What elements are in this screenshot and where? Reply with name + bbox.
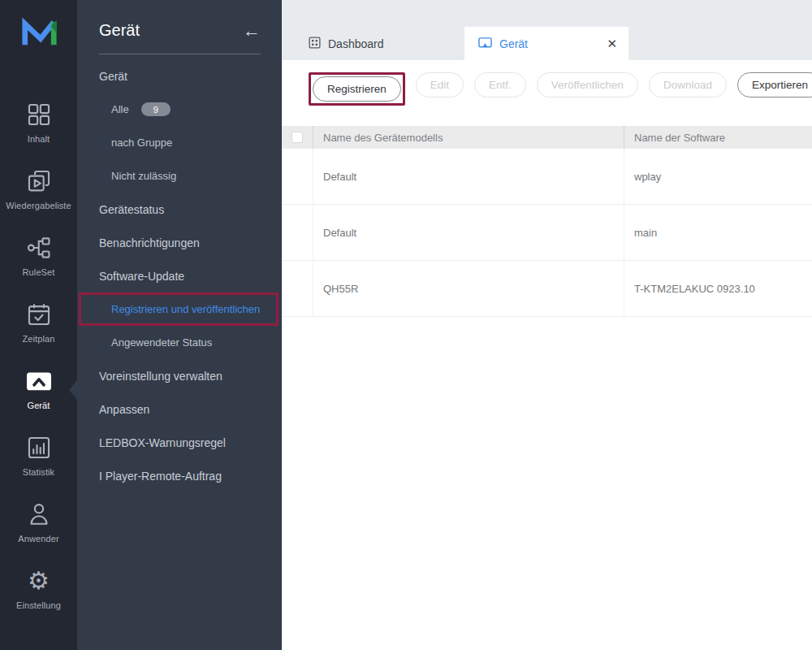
rail-item-statistik[interactable]: Statistik [0, 432, 77, 499]
download-button: Download [649, 72, 727, 98]
sidebar-title: Gerät [99, 21, 140, 40]
device-monitor-icon [478, 37, 492, 51]
rail-item-label: RuleSet [23, 267, 55, 277]
table-row[interactable]: Default wplay [282, 149, 812, 205]
rail-item-einstellung[interactable]: ⚙ Einstellung [0, 566, 77, 632]
rail-item-zeitplan[interactable]: Zeitplan [0, 299, 77, 366]
device-table: Name des Gerätemodells Name der Software… [282, 126, 812, 317]
veroeffentlichen-button: Veröffentlichen [537, 72, 638, 98]
software-cell: main [624, 205, 812, 260]
rail-item-label: Statistik [23, 467, 54, 477]
device-count-badge: 9 [141, 102, 171, 116]
rail-item-ruleset[interactable]: RuleSet [0, 232, 77, 299]
model-cell: Default [313, 149, 624, 204]
rail-item-label: Inhalt [28, 134, 50, 144]
tab-label: Dashboard [328, 37, 384, 50]
tab-label: Gerät [499, 37, 528, 50]
sidebar-item-software-update[interactable]: Software-Update [77, 259, 282, 292]
close-tab-icon[interactable]: ✕ [607, 37, 617, 51]
rail-item-label: Gerät [27, 401, 50, 410]
select-all-checkbox[interactable] [292, 132, 303, 143]
rail-item-label: Zeitplan [23, 334, 55, 344]
sidebar-item-geraetestatus[interactable]: Gerätestatus [77, 193, 282, 226]
ruleset-icon [24, 232, 54, 263]
model-cell: QH55R [313, 261, 624, 316]
sidebar: Gerät ← Gerät Alle 9 nach Gruppe Nicht z… [77, 0, 282, 650]
sidebar-item-alle[interactable]: Alle 9 [77, 93, 282, 126]
annotation-box: Registrieren [309, 72, 405, 106]
table-row[interactable]: QH55R T-KTM2ELAKUC 0923.10 [282, 261, 812, 317]
statistics-icon [24, 432, 54, 463]
active-rail-notch [69, 380, 77, 400]
magicinfo-logo[interactable] [0, 0, 77, 99]
delete-button: Entf. [474, 72, 526, 98]
rail-item-label: Wiedergabeliste [6, 201, 71, 210]
toolbar: Registrieren Edit Entf. Veröffentlichen … [282, 60, 812, 126]
schedule-calendar-icon [24, 299, 54, 330]
model-cell: Default [313, 205, 624, 260]
main-content: Dashboard Gerät ✕ Registrieren Edit Entf… [282, 0, 812, 650]
software-cell: wplay [624, 149, 812, 204]
tab-dashboard[interactable]: Dashboard [309, 27, 384, 60]
tab-geraet[interactable]: Gerät ✕ [464, 27, 628, 60]
software-cell: T-KTM2ELAKUC 0923.10 [624, 261, 812, 316]
sidebar-item-i-player-remote-auftrag[interactable]: I Player-Remote-Auftrag [77, 459, 282, 492]
table-row[interactable]: Default main [282, 205, 812, 261]
exportieren-button[interactable]: Exportieren [737, 72, 812, 98]
playlist-icon [24, 166, 54, 197]
rail-item-anwender[interactable]: Anwender [0, 499, 77, 566]
sidebar-item-benachrichtigungen[interactable]: Benachrichtigungen [77, 226, 282, 259]
column-header-software[interactable]: Name der Software [624, 126, 812, 149]
dashboard-grid-icon [309, 37, 321, 51]
user-icon [24, 499, 54, 530]
content-grid-icon [24, 99, 54, 130]
rail-item-label: Einstellung [16, 600, 61, 610]
rail-item-inhalt[interactable]: Inhalt [0, 99, 77, 166]
sidebar-item-voreinstellung-verwalten[interactable]: Voreinstellung verwalten [77, 359, 282, 392]
sidebar-item-nicht-zulaessig[interactable]: Nicht zulässig [77, 159, 282, 193]
column-header-model[interactable]: Name des Gerätemodells [313, 126, 624, 149]
sidebar-menu: Gerät Alle 9 nach Gruppe Nicht zulässig … [77, 54, 282, 492]
content-filler [282, 317, 812, 650]
edit-button: Edit [416, 72, 464, 98]
sidebar-item-anpassen[interactable]: Anpassen [77, 392, 282, 426]
rail-item-label: Anwender [18, 534, 58, 544]
registrieren-button[interactable]: Registrieren [313, 76, 401, 102]
sidebar-item-ledbox-warnungsregel[interactable]: LEDBOX-Warnungsregel [77, 426, 282, 459]
rail-item-geraet[interactable]: Gerät [0, 366, 77, 432]
table-header: Name des Gerätemodells Name der Software [282, 126, 812, 149]
settings-gear-icon: ⚙ [24, 566, 54, 596]
sidebar-item-geraet[interactable]: Gerät [77, 59, 282, 93]
sidebar-item-registrieren-und-veroeffentlichen[interactable]: Registrieren und veröffentlichen [79, 292, 279, 326]
collapse-arrow-icon[interactable]: ← [243, 22, 261, 40]
icon-rail: Inhalt Wiedergabeliste RuleSet [0, 0, 77, 650]
sidebar-item-angewendeter-status[interactable]: Angewendeter Status [77, 326, 282, 359]
rail-item-wiedergabeliste[interactable]: Wiedergabeliste [0, 166, 77, 232]
device-icon [24, 366, 54, 396]
sidebar-item-nach-gruppe[interactable]: nach Gruppe [77, 126, 282, 159]
app-window: Inhalt Wiedergabeliste RuleSet [0, 0, 812, 650]
tab-bar: Dashboard Gerät ✕ [282, 0, 812, 60]
